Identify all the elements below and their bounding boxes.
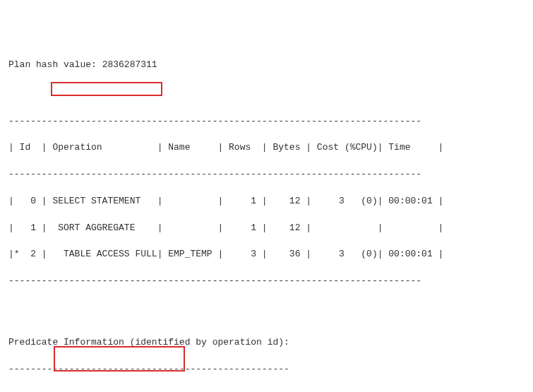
blank-line [8, 390, 525, 392]
plan-divider-mid: ----------------------------------------… [8, 168, 525, 182]
plan-hash-value: 2836287311 [102, 59, 157, 70]
plan-row-2: |* 2 | TABLE ACCESS FULL| EMP_TEMP | 3 |… [8, 248, 525, 261]
plan-header-row: | Id | Operation | Name | Rows | Bytes |… [8, 141, 525, 155]
plan-divider-top: ----------------------------------------… [8, 115, 525, 129]
plan-divider-bot: ----------------------------------------… [8, 275, 525, 288]
predicate-dash: ----------------------------------------… [8, 363, 525, 376]
plan-row-1: | 1 | SORT AGGREGATE | | 1 | 12 | | | [8, 222, 525, 235]
plan-row-0: | 0 | SELECT STATEMENT | | 1 | 12 | 3 (0… [8, 195, 525, 208]
blank-line [8, 302, 525, 315]
blank-line [8, 88, 525, 102]
plan-hash-label: Plan hash value: [8, 59, 102, 70]
plan-hash-line: Plan hash value: 2836287311 [8, 59, 525, 72]
predicate-title: Predicate Information (identified by ope… [8, 336, 525, 350]
